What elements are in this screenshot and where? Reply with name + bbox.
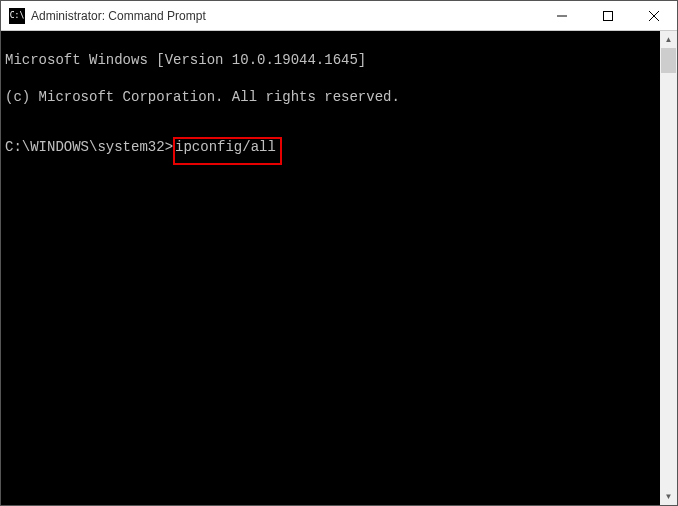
command-text: ipconfig/all <box>175 139 276 155</box>
close-button[interactable] <box>631 1 677 30</box>
window-titlebar: C:\ Administrator: Command Prompt <box>1 1 677 31</box>
output-line: Microsoft Windows [Version 10.0.19044.16… <box>5 51 656 69</box>
output-line: (c) Microsoft Corporation. All rights re… <box>5 88 656 106</box>
terminal-output[interactable]: Microsoft Windows [Version 10.0.19044.16… <box>1 31 660 505</box>
window-title: Administrator: Command Prompt <box>31 9 539 23</box>
scrollbar-thumb[interactable] <box>661 48 676 73</box>
app-icon: C:\ <box>9 8 25 24</box>
prompt-text: C:\WINDOWS\system32> <box>5 139 173 155</box>
close-icon <box>649 11 659 21</box>
maximize-button[interactable] <box>585 1 631 30</box>
prompt-line: C:\WINDOWS\system32>ipconfig/all <box>5 138 656 156</box>
window-controls <box>539 1 677 30</box>
scroll-up-arrow-icon[interactable]: ▲ <box>660 31 677 48</box>
minimize-button[interactable] <box>539 1 585 30</box>
minimize-icon <box>557 11 567 21</box>
maximize-icon <box>603 11 613 21</box>
command-highlight: ipconfig/all <box>173 137 282 165</box>
terminal-container: Microsoft Windows [Version 10.0.19044.16… <box>1 31 677 505</box>
svg-rect-1 <box>604 11 613 20</box>
scroll-down-arrow-icon[interactable]: ▼ <box>660 488 677 505</box>
app-icon-glyph: C:\ <box>10 11 24 20</box>
vertical-scrollbar[interactable]: ▲ ▼ <box>660 31 677 505</box>
